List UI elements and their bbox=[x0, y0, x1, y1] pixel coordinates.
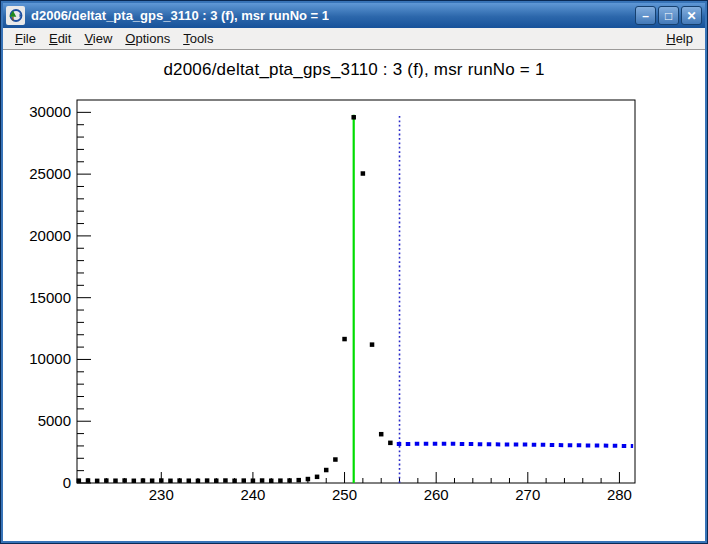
menu-view[interactable]: View bbox=[82, 30, 114, 47]
window-controls: – □ ✕ bbox=[635, 6, 702, 25]
root-logo-icon bbox=[8, 8, 23, 23]
svg-text:240: 240 bbox=[240, 486, 265, 503]
menu-help[interactable]: Help bbox=[664, 30, 695, 47]
svg-text:280: 280 bbox=[607, 486, 632, 503]
svg-text:30000: 30000 bbox=[29, 103, 71, 120]
window-title: d2006/deltat_pta_gps_3110 : 3 (f), msr r… bbox=[31, 8, 329, 23]
svg-text:25000: 25000 bbox=[29, 165, 71, 182]
root-canvas-window: d2006/deltat_pta_gps_3110 : 3 (f), msr r… bbox=[0, 0, 708, 544]
menu-tools[interactable]: Tools bbox=[181, 30, 215, 47]
svg-text:0: 0 bbox=[63, 474, 71, 491]
svg-text:230: 230 bbox=[149, 486, 174, 503]
maximize-button[interactable]: □ bbox=[658, 6, 679, 25]
svg-text:15000: 15000 bbox=[29, 289, 71, 306]
histogram-plot: 2302402502602702800500010000150002000025… bbox=[3, 50, 705, 541]
svg-text:5000: 5000 bbox=[38, 412, 71, 429]
svg-text:250: 250 bbox=[332, 486, 357, 503]
svg-text:270: 270 bbox=[515, 486, 540, 503]
menu-items: FileEditViewOptionsTools bbox=[13, 30, 216, 47]
svg-text:10000: 10000 bbox=[29, 350, 71, 367]
menu-options[interactable]: Options bbox=[123, 30, 172, 47]
menu-edit[interactable]: Edit bbox=[47, 30, 73, 47]
menu-file[interactable]: File bbox=[13, 30, 38, 47]
plot-canvas[interactable]: d2006/deltat_pta_gps_3110 : 3 (f), msr r… bbox=[3, 50, 705, 541]
svg-text:260: 260 bbox=[424, 486, 449, 503]
svg-text:20000: 20000 bbox=[29, 227, 71, 244]
root-app-icon[interactable] bbox=[6, 6, 25, 25]
titlebar[interactable]: d2006/deltat_pta_gps_3110 : 3 (f), msr r… bbox=[3, 3, 705, 28]
close-button[interactable]: ✕ bbox=[681, 6, 702, 25]
minimize-button[interactable]: – bbox=[635, 6, 656, 25]
menu-bar: FileEditViewOptionsTools Help bbox=[3, 28, 705, 50]
